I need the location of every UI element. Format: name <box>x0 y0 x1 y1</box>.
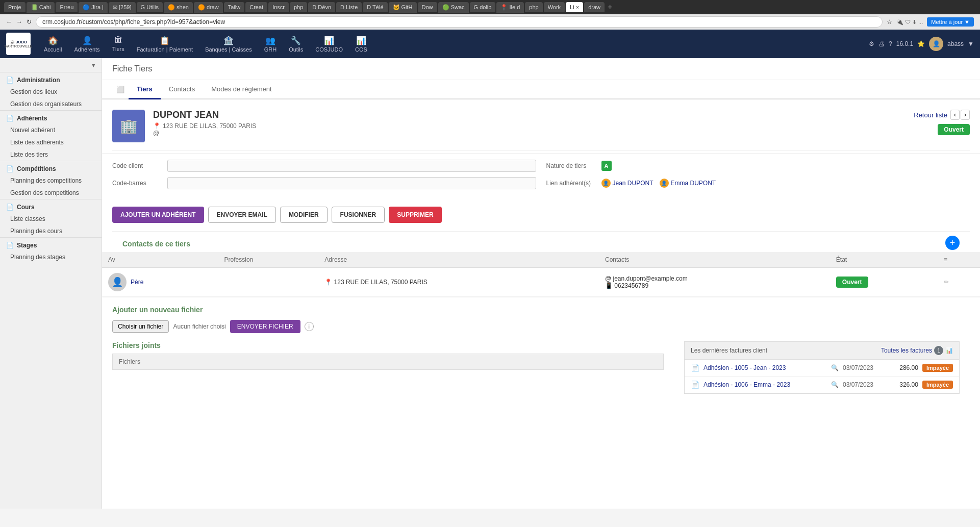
toutes-factures-label: Toutes les factures <box>881 347 932 354</box>
contact-name-1[interactable]: Père <box>131 279 143 286</box>
settings-icon[interactable]: ⚙ <box>869 40 874 47</box>
back-button[interactable]: ← <box>6 18 12 26</box>
ajouter-adherent-button[interactable]: AJOUTER UN ADHÉRENT <box>112 207 204 223</box>
sidebar-item-liste-adherents[interactable]: Liste des adhérents <box>0 136 102 148</box>
user-avatar[interactable]: 👤 <box>929 37 943 51</box>
tab-phpm[interactable]: php <box>290 2 307 12</box>
tab-259[interactable]: ✉ [259] <box>109 2 136 13</box>
reload-button[interactable]: ↻ <box>27 18 32 26</box>
tab-proje[interactable]: Proje <box>4 2 26 12</box>
tab-dolib[interactable]: G dolib <box>470 2 496 12</box>
url-input[interactable] <box>36 16 883 28</box>
sidebar-item-planning-competitions[interactable]: Planning des competitions <box>0 174 102 187</box>
tab-tele[interactable]: D Télé <box>363 2 387 12</box>
admin-section-label: Administration <box>17 77 60 84</box>
invoice-search-icon-1[interactable]: 🔍 <box>831 364 839 371</box>
tab-swac[interactable]: 🟢 Swac <box>438 2 469 13</box>
tab-cahi[interactable]: 📗 Cahi <box>27 2 55 13</box>
sidebar-item-nouvel-adherent[interactable]: Nouvel adhérent <box>0 124 102 136</box>
tab-contacts[interactable]: Contacts <box>161 80 203 99</box>
sidebar-toggle[interactable]: ▾ <box>0 58 102 72</box>
toutes-factures-link[interactable]: Toutes les factures 1 📊 <box>881 346 953 355</box>
section-divider-1 <box>112 150 970 151</box>
sidebar-item-planning-stages[interactable]: Planning des stages <box>0 251 102 263</box>
bookmark-button[interactable]: ☆ <box>887 18 892 26</box>
invoices-section: Les dernières factures client Toutes les… <box>674 341 980 410</box>
supprimer-button[interactable]: SUPPRIMER <box>389 207 441 223</box>
next-arrow[interactable]: › <box>961 110 970 120</box>
contact-edit-1[interactable]: ✏ <box>938 268 980 297</box>
tab-tailw[interactable]: Tailw <box>224 2 244 12</box>
nav-cosjudo[interactable]: 📊 COSJUDO <box>310 33 348 56</box>
edit-icon-1[interactable]: ✏ <box>944 279 949 286</box>
retour-liste-link[interactable]: Retour liste <box>914 111 947 119</box>
page-title: Fiche Tiers <box>102 58 980 80</box>
nav-adherents[interactable]: 👤 Adhérents <box>69 33 105 56</box>
tab-draw1[interactable]: 🟠 draw <box>194 2 223 13</box>
new-tab-button[interactable]: + <box>608 3 612 12</box>
tab-dow[interactable]: Dow <box>418 2 437 12</box>
tab-shen[interactable]: 🟠 shen <box>164 2 193 13</box>
nav-facturation[interactable]: 📋 Facturation | Paiement <box>132 33 198 56</box>
tab-utils[interactable]: G Utilis <box>137 2 163 12</box>
adherent-jean[interactable]: 👤 Jean DUPONT <box>601 179 654 188</box>
sidebar-item-liste-tiers[interactable]: Liste des tiers <box>0 148 102 161</box>
nav-grh[interactable]: 👥 GRH <box>259 33 282 56</box>
fusionner-button[interactable]: FUSIONNER <box>332 207 385 223</box>
nav-cos[interactable]: 📊 COS <box>350 33 372 56</box>
invoice-label-2[interactable]: Adhésion - 1006 - Emma - 2023 <box>703 381 827 388</box>
competitions-section-label: Compétitions <box>17 165 56 172</box>
chart-icon[interactable]: 📊 <box>945 347 953 354</box>
prev-arrow[interactable]: ‹ <box>950 110 960 120</box>
user-dropdown-icon[interactable]: ▼ <box>968 40 974 47</box>
list-icon: ≡ <box>944 256 947 263</box>
tab-jira[interactable]: 🔵 Jira | <box>79 2 108 13</box>
choose-file-button[interactable]: Choisir un fichier <box>112 320 169 333</box>
print-icon[interactable]: 🖨 <box>878 40 885 47</box>
tab-git[interactable]: 🐱 GitH <box>389 2 417 13</box>
envoyer-email-button[interactable]: ENVOYER EMAIL <box>208 207 276 223</box>
nav-tiers[interactable]: 🏛 Tiers <box>107 33 130 55</box>
code-barres-input[interactable] <box>167 177 536 189</box>
forward-button[interactable]: → <box>16 18 22 26</box>
adherents-section-icon: 📄 <box>6 115 14 122</box>
add-contact-button[interactable]: + <box>945 236 960 250</box>
invoice-label-1[interactable]: Adhésion - 1005 - Jean - 2023 <box>703 364 827 371</box>
file-info-icon[interactable]: i <box>305 322 314 331</box>
adherent-emma[interactable]: 👤 Emma DUPONT <box>660 179 716 188</box>
tab-devn[interactable]: D Dévn <box>308 2 335 12</box>
sidebar-section-adherents: 📄 Adhérents <box>0 110 102 124</box>
tab-inscr[interactable]: Inscr <box>268 2 289 12</box>
tab-tiers[interactable]: Tiers <box>129 80 161 99</box>
contacts-header: Contacts de ce tiers + <box>102 234 980 252</box>
help-icon[interactable]: ? <box>889 40 892 47</box>
address-bar: ← → ↻ ☆ 🔌 🛡 ⬇ ... Mettre à jour ▼ <box>0 14 980 30</box>
tab-li-active[interactable]: Li × <box>566 2 583 12</box>
tab-liste[interactable]: D Liste <box>336 2 362 12</box>
nav-banques[interactable]: 🏦 Banques | Caisses <box>200 33 257 56</box>
update-button[interactable]: Mettre à jour ▼ <box>927 17 974 27</box>
entity-top-right: Retour liste ‹ › Ouvert <box>914 110 970 135</box>
sidebar-item-gestion-competitions[interactable]: Gestion des competitions <box>0 187 102 199</box>
star-icon[interactable]: ⭐ <box>917 40 925 47</box>
invoice-search-icon-2[interactable]: 🔍 <box>831 381 839 388</box>
nav-banques-label: Banques | Caisses <box>205 46 252 53</box>
tab-creat[interactable]: Creat <box>245 2 267 12</box>
nav-accueil[interactable]: 🏠 Accueil <box>39 33 67 56</box>
sidebar-item-liste-classes[interactable]: Liste classes <box>0 213 102 225</box>
tab-erreu[interactable]: Erreu <box>56 2 78 12</box>
sidebar-item-gestion-lieux[interactable]: Gestion des lieux <box>0 86 102 98</box>
sidebar-item-planning-cours[interactable]: Planning des cours <box>0 225 102 237</box>
tab-modes-reglement[interactable]: Modes de règlement <box>203 80 280 99</box>
contact-phone-icon: 📱 <box>605 282 613 289</box>
tab-work[interactable]: Work <box>544 2 565 12</box>
send-file-button[interactable]: ENVOYER FICHIER <box>230 320 300 333</box>
modifier-button[interactable]: MODIFIER <box>280 207 328 223</box>
nav-outils[interactable]: 🔧 Outils <box>284 33 308 56</box>
code-client-input[interactable] <box>167 160 536 172</box>
sidebar-item-gestion-organisateurs[interactable]: Gestion des organisateurs <box>0 98 102 110</box>
tab-php[interactable]: php <box>525 2 542 12</box>
tab-ile[interactable]: 📍 Ile d <box>496 2 524 13</box>
tab-draw2[interactable]: draw <box>584 2 605 12</box>
logo-area[interactable]: 🥋 JUDO SARTROUVILLE <box>6 33 31 55</box>
